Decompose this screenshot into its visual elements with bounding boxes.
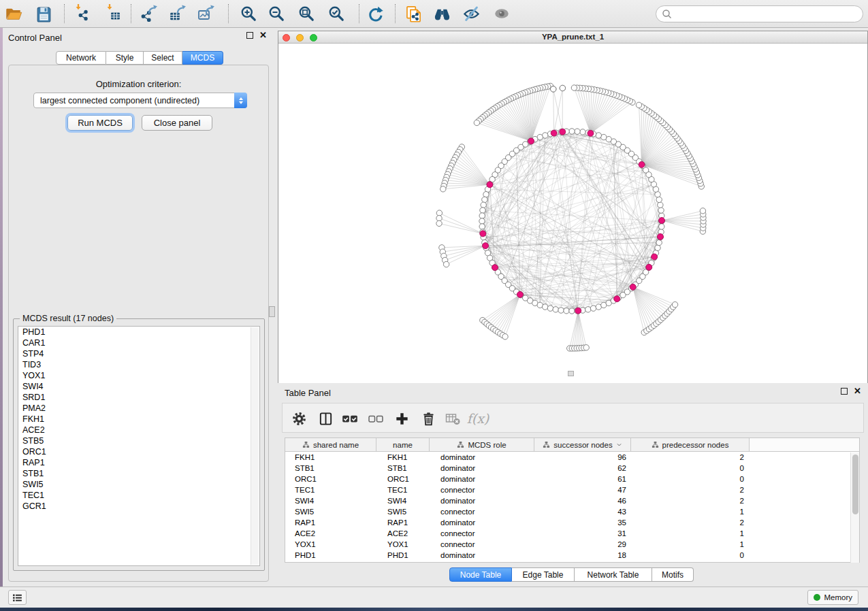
import-network-button[interactable]	[69, 2, 94, 25]
mcds-result-item[interactable]: PHD1	[18, 327, 259, 337]
table-cell[interactable]: dominator	[430, 452, 534, 463]
table-cell[interactable]: 47	[534, 484, 631, 495]
run-mcds-button[interactable]: Run MCDS	[67, 115, 133, 131]
optimization-criterion-select[interactable]: largest connected component (undirected)	[33, 93, 247, 108]
table-cell[interactable]: 0	[631, 550, 750, 561]
table-cell[interactable]: STB1	[285, 463, 376, 474]
table-cell[interactable]: 61	[534, 474, 631, 484]
mcds-list-scrollbar[interactable]	[251, 327, 259, 565]
table-cell[interactable]: STB1	[376, 463, 430, 474]
mcds-result-item[interactable]: CAR1	[18, 337, 259, 348]
zoom-selected-button[interactable]	[324, 2, 349, 25]
import-table-button[interactable]	[101, 2, 125, 25]
zoom-fit-button[interactable]	[294, 2, 319, 25]
network-graph[interactable]	[278, 44, 867, 383]
table-settings-button[interactable]	[287, 407, 310, 430]
table-cell[interactable]: 29	[534, 539, 631, 550]
column-header-successor-nodes[interactable]: successor nodes	[534, 438, 631, 451]
table-cell[interactable]: dominator	[430, 517, 534, 528]
column-header-predecessor-nodes[interactable]: predecessor nodes	[631, 438, 750, 451]
mcds-result-item[interactable]: PMA2	[18, 403, 259, 414]
table-cell[interactable]: 62	[534, 463, 631, 474]
table-cell[interactable]: PHD1	[376, 550, 430, 561]
tab-network-table[interactable]: Network Table	[575, 567, 652, 582]
table-cell[interactable]: YOX1	[376, 539, 430, 550]
network-window-titlebar[interactable]: YPA_prune.txt_1	[278, 31, 867, 44]
table-cell[interactable]: 1	[631, 506, 750, 517]
table-cell[interactable]: dominator	[430, 550, 534, 561]
mcds-result-list[interactable]: PHD1CAR1STP4TID3YOX1SWI4SRD1PMA2FKH1ACE2…	[18, 326, 260, 566]
table-cell[interactable]: SWI4	[376, 495, 430, 506]
table-row[interactable]: SWI5SWI5connector431	[285, 506, 859, 517]
mcds-result-item[interactable]: TEC1	[18, 490, 259, 501]
table-row[interactable]: STB1STB1dominator620	[285, 463, 859, 474]
table-cell[interactable]: 2	[631, 495, 750, 506]
table-cell[interactable]: 2	[631, 452, 750, 463]
table-cell[interactable]: connector	[430, 484, 534, 495]
mcds-result-item[interactable]: RAP1	[18, 457, 259, 468]
horizontal-splitter-handle[interactable]	[568, 371, 574, 376]
close-panel-button[interactable]: Close panel	[142, 115, 212, 131]
search-network-button[interactable]	[430, 2, 454, 25]
task-history-button[interactable]	[8, 590, 27, 605]
table-cell[interactable]: 35	[534, 517, 631, 528]
table-cell[interactable]: TEC1	[285, 484, 376, 495]
toolbar-search[interactable]	[656, 5, 863, 22]
table-cell[interactable]: dominator	[430, 463, 534, 474]
table-cell[interactable]: dominator	[430, 495, 534, 506]
table-cell[interactable]: 31	[534, 528, 631, 539]
select-all-button[interactable]	[338, 407, 361, 430]
table-cell[interactable]: YOX1	[285, 539, 376, 550]
table-row[interactable]: SWI4SWI4dominator462	[285, 495, 859, 506]
close-table-panel-icon[interactable]: ✕	[854, 388, 861, 395]
table-cell[interactable]: SWI5	[376, 506, 430, 517]
select-stepper-icon[interactable]	[234, 93, 247, 108]
delete-table-button[interactable]	[441, 407, 464, 430]
table-cell[interactable]: 43	[534, 506, 631, 517]
zoom-out-button[interactable]	[264, 2, 289, 25]
refresh-button[interactable]	[363, 2, 387, 25]
export-table-button[interactable]	[166, 2, 191, 25]
add-column-button[interactable]	[390, 407, 413, 430]
table-cell[interactable]: 0	[631, 474, 750, 484]
mcds-result-item[interactable]: ACE2	[18, 425, 259, 435]
table-cell[interactable]: ORC1	[285, 474, 376, 484]
table-row[interactable]: TEC1TEC1connector472	[285, 484, 859, 495]
open-file-button[interactable]	[1, 2, 26, 25]
table-cell[interactable]: 1	[631, 528, 750, 539]
show-all-button[interactable]	[489, 2, 514, 25]
table-cell[interactable]: FKH1	[376, 452, 430, 463]
table-row[interactable]: FKH1FKH1dominator962	[285, 452, 859, 463]
table-cell[interactable]: SWI5	[285, 506, 376, 517]
save-session-button[interactable]	[31, 2, 56, 25]
table-cell[interactable]: RAP1	[376, 517, 430, 528]
tab-motifs[interactable]: Motifs	[652, 567, 694, 582]
table-row[interactable]: PHD1PHD1dominator180	[285, 550, 859, 561]
table-row[interactable]: YOX1YOX1connector291	[285, 539, 859, 550]
table-cell[interactable]: ACE2	[285, 528, 376, 539]
column-visibility-button[interactable]	[314, 407, 337, 430]
table-cell[interactable]: 0	[631, 463, 750, 474]
table-cell[interactable]: 46	[534, 495, 631, 506]
search-input[interactable]	[672, 8, 863, 20]
table-cell[interactable]: 96	[534, 452, 631, 463]
table-cell[interactable]: connector	[430, 528, 534, 539]
mcds-result-item[interactable]: STP4	[18, 348, 259, 359]
mcds-result-item[interactable]: FKH1	[18, 414, 259, 425]
column-header-name[interactable]: name	[376, 438, 430, 451]
column-header-mcds-role[interactable]: MCDS role	[430, 438, 534, 451]
tab-network[interactable]: Network	[56, 51, 106, 65]
table-cell[interactable]: connector	[430, 506, 534, 517]
function-builder-button[interactable]: f(x)	[466, 407, 489, 430]
mcds-result-item[interactable]: STB1	[18, 468, 259, 479]
table-row[interactable]: RAP1RAP1dominator352	[285, 517, 859, 528]
mcds-result-item[interactable]: YOX1	[18, 370, 259, 381]
export-image-button[interactable]	[195, 2, 219, 25]
export-network-button[interactable]	[138, 2, 162, 25]
table-row[interactable]: ACE2ACE2connector311	[285, 528, 859, 539]
table-row[interactable]: ORC1ORC1dominator610	[285, 474, 859, 484]
memory-button[interactable]: Memory	[807, 590, 858, 605]
clone-network-button[interactable]	[401, 2, 425, 25]
close-panel-icon[interactable]: ✕	[259, 32, 267, 39]
mcds-result-item[interactable]: SWI5	[18, 479, 259, 490]
